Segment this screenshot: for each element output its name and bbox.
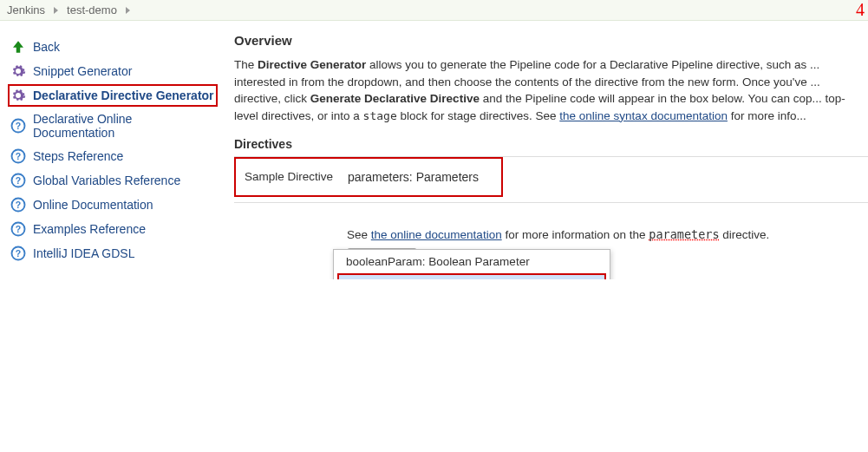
add-dropdown: booleanParam: Boolean Parameter choice: … <box>333 249 610 279</box>
dropdown-option-boolean[interactable]: booleanParam: Boolean Parameter <box>334 250 610 273</box>
dropdown-option-choice[interactable]: choice: Choice Parameter <box>337 273 606 279</box>
help-icon: ? <box>10 246 26 261</box>
sidebar-item-declarative-online-docs[interactable]: ? Declarative Online Documentation <box>9 109 217 142</box>
svg-text:?: ? <box>16 175 21 186</box>
help-icon: ? <box>10 221 26 237</box>
up-arrow-icon <box>10 39 26 55</box>
svg-text:?: ? <box>16 121 21 131</box>
gear-icon <box>10 88 26 103</box>
sidebar-item-label: Global Variables Reference <box>33 174 180 187</box>
chevron-right-icon <box>126 7 130 14</box>
sidebar: Back Snippet Generator Declarative Direc… <box>0 21 225 279</box>
svg-text:?: ? <box>16 151 21 161</box>
sidebar-item-global-variables-reference[interactable]: ? Global Variables Reference <box>9 170 217 191</box>
sidebar-item-label: Steps Reference <box>33 149 123 163</box>
sidebar-item-label: Examples Reference <box>33 222 146 236</box>
breadcrumb-item[interactable]: test-demo <box>67 3 117 16</box>
svg-text:?: ? <box>16 248 21 259</box>
syntax-docs-link[interactable]: the online syntax documentation <box>559 109 728 122</box>
main-content: Overview The Directive Generator allows … <box>225 21 868 279</box>
parameters-hint: See the online documentation for more in… <box>347 227 868 241</box>
breadcrumb-item[interactable]: Jenkins <box>7 3 45 16</box>
sidebar-item-declarative-directive-generator[interactable]: Declarative Directive Generator <box>9 85 217 106</box>
gear-icon <box>10 63 26 79</box>
divider <box>234 202 868 203</box>
help-icon: ? <box>10 197 26 213</box>
sidebar-item-label: Back <box>33 40 60 54</box>
sidebar-item-label: Online Documentation <box>33 198 153 212</box>
online-docs-link[interactable]: the online documentation <box>371 228 502 241</box>
intro-paragraph: The Directive Generator allows you to ge… <box>234 56 868 125</box>
breadcrumb: Jenkins test-demo 4 <box>0 0 868 21</box>
sidebar-item-label: Declarative Directive Generator <box>33 88 214 102</box>
chevron-right-icon <box>54 7 58 14</box>
sidebar-item-examples-reference[interactable]: ? Examples Reference <box>9 219 217 239</box>
sidebar-item-snippet-generator[interactable]: Snippet Generator <box>9 61 217 82</box>
sidebar-item-label: IntelliJ IDEA GDSL <box>33 246 135 260</box>
svg-text:?: ? <box>16 200 21 210</box>
sample-directive-row: Sample Directive parameters: Parameters <box>234 157 503 197</box>
sample-directive-label: Sample Directive <box>245 170 333 183</box>
help-icon: ? <box>10 173 26 188</box>
error-indicator: 4 <box>856 0 865 20</box>
sidebar-item-back[interactable]: Back <box>9 36 217 57</box>
help-icon: ? <box>10 118 26 134</box>
sidebar-item-label: Snippet Generator <box>33 64 132 78</box>
sidebar-item-label: Declarative Online Documentation <box>33 112 215 140</box>
sidebar-item-intellij-gdsl[interactable]: ? IntelliJ IDEA GDSL <box>9 243 217 264</box>
directives-label: Directives <box>234 137 868 151</box>
sample-directive-select[interactable]: parameters: Parameters <box>342 166 489 188</box>
sidebar-item-online-documentation[interactable]: ? Online Documentation <box>9 194 217 215</box>
help-icon: ? <box>10 148 26 164</box>
sidebar-item-steps-reference[interactable]: ? Steps Reference <box>9 146 217 167</box>
overview-heading: Overview <box>234 33 868 48</box>
svg-text:?: ? <box>16 224 21 234</box>
